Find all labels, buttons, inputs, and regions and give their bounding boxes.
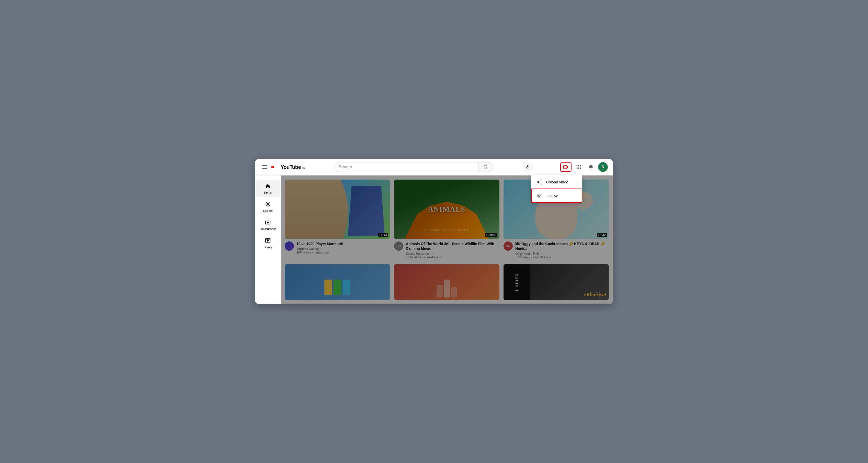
browser-window: YouTube IN (255, 159, 613, 304)
svg-rect-4 (527, 165, 528, 168)
youtube-icon (272, 164, 280, 170)
video-duration-v3: 26:42 (597, 233, 607, 237)
scenic-sub-text: 4K SCENIC RELAXATION FILM (424, 229, 469, 231)
video-duration-v2: 1:00:55 (485, 233, 497, 237)
sidebar-item-subscriptions[interactable]: Subscriptions (256, 216, 280, 234)
svg-rect-15 (578, 167, 579, 168)
channel-avatar-v2: SR (394, 241, 403, 251)
svg-point-20 (538, 195, 540, 197)
video-thumbnail-v1: 11:14 (285, 180, 390, 239)
svg-line-3 (487, 168, 488, 169)
video-age-v2: 4 weeks ago (424, 256, 441, 259)
upload-video-icon: ▶ (536, 179, 542, 185)
video-info-v1: 10 vs 1000 Player Manhunt! MrBeast Gamin… (285, 239, 390, 255)
channel-avatar-v3: OH (503, 241, 513, 251)
video-views-v1: 10M views (297, 251, 311, 254)
svg-rect-17 (577, 168, 578, 169)
explore-icon (265, 201, 271, 208)
svg-point-21 (537, 194, 541, 198)
video-views-v2: 1.6M views (406, 256, 421, 259)
verified-icon-v2: ✓ (431, 252, 434, 255)
video-card-v2[interactable]: Animals 4K SCENIC RELAXATION FILM 1:00:5… (394, 180, 499, 260)
youtube-logo[interactable]: YouTube IN (272, 164, 305, 170)
apps-button[interactable] (574, 162, 584, 172)
home-icon (265, 183, 271, 190)
video-thumbnail-v6: L VIDEO #Khairiyat (503, 264, 609, 300)
video-card-v1[interactable]: 11:14 10 vs 1000 Player Manhunt! (285, 180, 390, 260)
video-title-v2: Animals Of The World 4K - Scenic Wildlif… (406, 241, 499, 251)
sidebar-subscriptions-label: Subscriptions (259, 227, 276, 230)
header: YouTube IN (255, 159, 613, 175)
svg-point-22 (266, 202, 270, 206)
create-dropdown-menu: ▶ Upload video Go live (531, 175, 582, 203)
logo-country: IN (302, 166, 305, 169)
video-title-v3: हिंदी Oggy and the Cockroaches 🔑 KEYS & … (515, 241, 609, 251)
video-details-v2: Animals Of The World 4K - Scenic Wildlif… (406, 241, 499, 259)
video-thumbnail-v2: Animals 4K SCENIC RELAXATION FILM 1:00:5… (394, 180, 499, 239)
svg-text:SR: SR (396, 244, 401, 248)
sidebar: Home Explore Subscriptio (255, 175, 281, 304)
go-live-menu-item[interactable]: Go live (531, 189, 582, 203)
search-input-wrap (335, 162, 478, 172)
create-video-button[interactable] (560, 163, 571, 172)
video-age-v1: 4 days ago (314, 251, 329, 254)
video-meta-v2: Scenic Relaxation ✓ 1.6M views • 4 weeks… (406, 252, 499, 259)
sidebar-library-label: Library (264, 245, 272, 249)
video-age-v3: 4 months ago (533, 256, 551, 259)
video-grid-row2: L VIDEO #Khairiyat (285, 264, 609, 300)
sidebar-item-explore[interactable]: Explore (256, 198, 280, 215)
video-details-v1: 10 vs 1000 Player Manhunt! MrBeast Gamin… (297, 241, 343, 254)
search-button[interactable] (478, 162, 493, 172)
sidebar-explore-label: Explore (263, 209, 273, 212)
video-card-v4[interactable] (285, 264, 390, 300)
video-duration-v1: 11:14 (378, 233, 388, 237)
svg-rect-19 (580, 168, 581, 169)
svg-marker-25 (267, 222, 269, 224)
voice-search-button[interactable] (523, 162, 533, 172)
channel-name-v1: MrBeast Gaming (297, 247, 319, 251)
svg-point-23 (267, 204, 269, 205)
channel-name-v3: Oggy Hindi - हिन्दी (515, 252, 539, 256)
video-thumbnail-v5 (394, 264, 499, 300)
header-actions: N ▶ Upload video Go live (560, 162, 608, 172)
upload-video-menu-item[interactable]: ▶ Upload video (531, 175, 582, 189)
svg-text:OH: OH (506, 245, 510, 248)
go-live-icon (536, 193, 542, 199)
verified-icon-v3: ✓ (540, 252, 542, 255)
video-thumbnail-v4 (285, 264, 390, 300)
video-details-v3: हिंदी Oggy and the Cockroaches 🔑 KEYS & … (515, 241, 609, 259)
video-title-v1: 10 vs 1000 Player Manhunt! (297, 241, 343, 246)
svg-rect-14 (577, 167, 578, 168)
svg-rect-11 (577, 165, 578, 166)
notifications-button[interactable] (586, 162, 596, 172)
logo-text: YouTube (281, 164, 301, 170)
user-avatar-button[interactable]: N (598, 162, 608, 172)
search-bar (335, 162, 493, 172)
svg-rect-12 (578, 165, 579, 166)
sidebar-home-label: Home (264, 191, 272, 194)
video-meta-v1: MrBeast Gaming ✓ 10M views • 4 days ago (297, 247, 343, 254)
video-card-v5[interactable] (394, 264, 499, 300)
subscriptions-icon (265, 220, 271, 226)
svg-point-2 (484, 166, 487, 169)
avatar-letter: N (601, 165, 604, 169)
svg-rect-13 (580, 165, 581, 166)
svg-point-29 (285, 241, 294, 251)
svg-rect-16 (580, 167, 581, 168)
video-meta-v3: Oggy Hindi - हिन्दी ✓ 17M views • 4 mont… (515, 252, 609, 259)
video-info-v2: SR Animals Of The World 4K - Scenic Wild… (394, 239, 499, 260)
verified-icon-v1: ✓ (320, 248, 323, 251)
channel-name-v2: Scenic Relaxation (406, 252, 430, 256)
library-icon (265, 238, 271, 244)
sidebar-item-home[interactable]: Home (256, 180, 280, 197)
video-card-v6[interactable]: L VIDEO #Khairiyat (503, 264, 609, 300)
sidebar-item-library[interactable]: Library (256, 235, 280, 252)
animals-overlay-text: Animals (428, 205, 465, 213)
search-input[interactable] (335, 163, 478, 172)
upload-video-label: Upload video (546, 180, 568, 184)
svg-rect-18 (578, 168, 579, 169)
go-live-label: Go live (547, 194, 558, 198)
video-views-v3: 17M views (515, 256, 530, 259)
channel-avatar-v1 (285, 241, 294, 251)
hamburger-menu-button[interactable] (260, 164, 268, 170)
